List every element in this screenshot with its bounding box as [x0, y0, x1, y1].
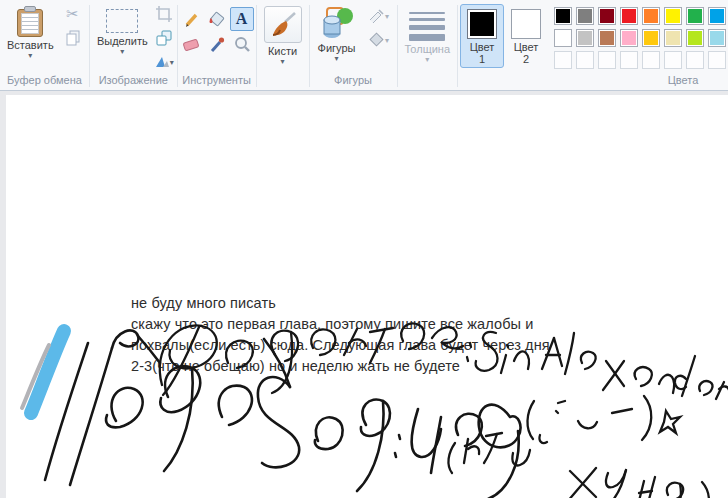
palette-color[interactable] — [576, 7, 594, 25]
palette-color[interactable] — [664, 7, 682, 25]
paste-clipboard-icon — [17, 6, 43, 37]
size-group-label — [399, 73, 455, 90]
magnifier-tool-button[interactable] — [230, 32, 254, 56]
palette-empty-slot — [686, 51, 704, 69]
palette-empty-slot — [642, 51, 660, 69]
size-label: Толщина — [404, 43, 450, 55]
text-tool-button[interactable]: A — [230, 7, 254, 31]
resize-icon — [155, 29, 173, 47]
text-tool-icon: A — [236, 11, 248, 27]
color1-number: 1 — [479, 53, 485, 65]
color1-button[interactable]: Цвет 1 — [460, 4, 504, 68]
shape-outline-icon — [368, 8, 385, 23]
size-dropdown-caret[interactable]: ▾ — [425, 56, 429, 63]
shape-outline-caret[interactable]: ▾ — [385, 13, 389, 20]
crop-icon — [155, 5, 173, 23]
shapes-button[interactable]: Фигуры ▾ — [313, 3, 361, 62]
select-label: Выделить — [97, 35, 148, 47]
color2-swatch — [511, 9, 541, 39]
palette-color[interactable] — [554, 29, 572, 47]
brushes-button[interactable]: Кисти ▾ — [259, 3, 307, 65]
image-group: Выделить ▾ — [90, 0, 177, 90]
workarea: не буду много писать скажу что это перва… — [0, 91, 728, 498]
palette-color[interactable] — [620, 29, 638, 47]
shape-fill-icon — [368, 32, 385, 47]
color1-label: Цвет — [470, 41, 495, 53]
shapes-group-label: Фигуры — [311, 73, 394, 90]
size-button[interactable]: Толщина ▾ — [399, 3, 455, 63]
palette-color[interactable] — [686, 29, 704, 47]
select-rectangle-icon — [106, 9, 138, 33]
palette-empty-slot — [708, 51, 726, 69]
palette-color[interactable] — [598, 7, 616, 25]
fill-tool-button[interactable] — [205, 7, 229, 31]
palette-color[interactable] — [664, 29, 682, 47]
eraser-icon — [182, 36, 201, 52]
image-group-label: Изображение — [92, 73, 175, 90]
palette-empty-slot — [664, 51, 682, 69]
palette-color[interactable] — [554, 7, 572, 25]
paste-dropdown-caret[interactable]: ▾ — [28, 52, 32, 59]
clipboard-group-label: Буфер обмена — [2, 73, 87, 90]
fill-bucket-icon — [207, 10, 226, 29]
shape-fill-caret[interactable]: ▾ — [385, 37, 389, 44]
magnifier-icon — [233, 35, 251, 53]
scissors-icon: ✂ — [66, 5, 79, 23]
palette-empty-slot — [554, 51, 572, 69]
shape-outline-button[interactable]: ▾ — [363, 5, 393, 26]
resize-button[interactable] — [153, 27, 175, 48]
brush-frame — [264, 6, 302, 43]
palette-empty-slot — [598, 51, 616, 69]
colors-group: Цвет 1 Цвет 2 Цвета — [458, 0, 728, 90]
select-dropdown-caret[interactable]: ▾ — [120, 48, 124, 55]
copy-button[interactable] — [62, 27, 84, 48]
color2-button[interactable]: Цвет 2 — [504, 4, 548, 68]
color2-label: Цвет — [514, 41, 539, 53]
size-group: Толщина ▾ — [397, 0, 457, 90]
color-picker-tool-button[interactable] — [205, 32, 229, 56]
handwriting-perevod — [45, 330, 520, 498]
palette-grid — [554, 7, 726, 69]
cut-button[interactable]: ✂ — [62, 3, 84, 24]
brushes-dropdown-caret[interactable]: ▾ — [281, 58, 285, 65]
select-button[interactable]: Выделить ▾ — [92, 3, 153, 55]
palette-color[interactable] — [576, 29, 594, 47]
color2-number: 2 — [523, 53, 529, 65]
palette-empty-slot — [620, 51, 638, 69]
shapes-icon — [319, 6, 355, 40]
paste-label: Вставить — [7, 39, 54, 51]
rotate-dropdown-caret[interactable]: ▾ — [170, 59, 174, 66]
pencil-icon — [183, 10, 201, 28]
brushes-group-label — [259, 73, 307, 90]
brushes-group: Кисти ▾ — [257, 0, 309, 90]
clipboard-group: Вставить ▾ ✂ Буфер обмена — [0, 0, 89, 90]
shape-fill-button[interactable]: ▾ — [363, 29, 393, 50]
palette-color[interactable] — [642, 29, 660, 47]
handwriting-layer — [0, 91, 728, 498]
rotate-button[interactable]: ▾ — [153, 51, 175, 72]
brush-icon — [267, 9, 299, 41]
shapes-label: Фигуры — [318, 42, 356, 54]
palette-empty-slot — [576, 51, 594, 69]
eraser-tool-button[interactable] — [180, 32, 204, 56]
pencil-tool-button[interactable] — [180, 7, 204, 31]
palette-color[interactable] — [598, 29, 616, 47]
paste-button[interactable]: Вставить ▾ — [2, 3, 59, 59]
tools-group: A — [178, 0, 256, 90]
crop-button[interactable] — [153, 3, 175, 24]
ribbon: Вставить ▾ ✂ Буфер обмена — [0, 0, 728, 91]
palette-color[interactable] — [642, 7, 660, 25]
eyedropper-icon — [208, 35, 226, 53]
color1-swatch — [467, 9, 497, 39]
brushes-label: Кисти — [268, 45, 297, 57]
tools-group-label: Инструменты — [180, 73, 254, 90]
line-thickness-icon — [409, 12, 445, 41]
palette-color[interactable] — [686, 7, 704, 25]
copy-icon — [64, 29, 82, 47]
shapes-group: Фигуры ▾ ▾ ▾ Фигуры — [309, 0, 396, 90]
palette-color[interactable] — [708, 7, 726, 25]
palette-color[interactable] — [620, 7, 638, 25]
rotate-icon — [154, 54, 170, 70]
shapes-dropdown-caret[interactable]: ▾ — [335, 55, 339, 62]
palette-color[interactable] — [708, 29, 726, 47]
